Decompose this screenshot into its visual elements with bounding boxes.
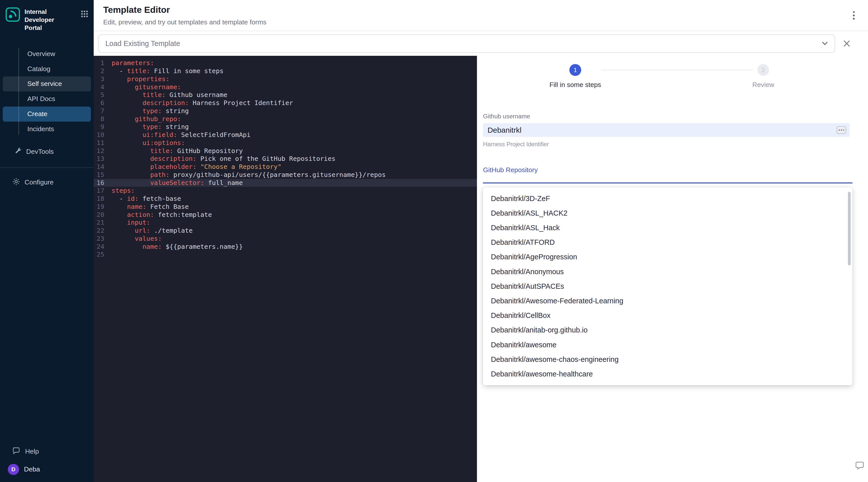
repo-option[interactable]: Debanitrkl/AutSPACEs xyxy=(483,279,852,294)
load-template-select[interactable]: Load Existing Template xyxy=(98,34,835,53)
page-header: Template Editor Edit, preview, and try o… xyxy=(94,0,868,31)
sidebar-item-overview[interactable]: Overview xyxy=(3,46,91,61)
code-line[interactable]: 7 type: string xyxy=(94,107,477,115)
repo-option[interactable]: Debanitrkl/awesome-healthcare xyxy=(483,367,852,381)
code-text: title: Github username xyxy=(112,91,227,99)
line-number: 12 xyxy=(94,147,112,155)
code-line[interactable]: 21 input: xyxy=(94,219,477,227)
repo-option[interactable]: Debanitrkl/AgeProgression xyxy=(483,250,852,264)
repo-option[interactable]: Debanitrkl/CellBox xyxy=(483,308,852,323)
repo-option[interactable]: Debanitrkl/3D-ZeF xyxy=(483,191,852,206)
code-line[interactable]: 25 xyxy=(94,250,477,259)
code-line[interactable]: 13 description: Pick one of the GitHub R… xyxy=(94,155,477,163)
code-text: values: xyxy=(112,235,162,243)
code-line[interactable]: 2 - title: Fill in some steps xyxy=(94,67,477,75)
code-line[interactable]: 8 github_repo: xyxy=(94,115,477,123)
github-username-input[interactable] xyxy=(488,126,837,134)
line-number: 4 xyxy=(94,83,112,91)
sidebar-item-self-service[interactable]: Self service xyxy=(3,77,91,91)
wizard-stepper: 1 Fill in some steps 2 Review xyxy=(477,56,868,89)
repo-option[interactable]: Debanitrkl/Awesome-Federated-Learning xyxy=(483,294,852,308)
code-line[interactable]: 23 values: xyxy=(94,235,477,243)
sidebar-item-configure[interactable]: Configure xyxy=(0,175,94,190)
repo-option[interactable]: Debanitrkl/awesome xyxy=(483,337,852,352)
repo-option[interactable]: Debanitrkl/ASL_Hack xyxy=(483,220,852,235)
code-line[interactable]: 4 gitusername: xyxy=(94,83,477,91)
code-line[interactable]: 14 placeholder: "Choose a Repository" xyxy=(94,163,477,171)
code-line[interactable]: 20 action: fetch:template xyxy=(94,211,477,219)
sidebar-item-devtools[interactable]: DevTools xyxy=(0,143,94,160)
step-review[interactable]: 2 Review xyxy=(752,64,774,89)
repo-option[interactable]: Debanitrkl/anitab-org.github.io xyxy=(483,323,852,337)
sidebar-header: Internal Developer Portal xyxy=(0,0,94,32)
sidebar-item-create[interactable]: Create xyxy=(3,107,91,122)
code-text: name: Fetch Base xyxy=(112,203,189,211)
line-number: 25 xyxy=(94,250,112,259)
line-number: 23 xyxy=(94,235,112,243)
code-text: - title: Fill in some steps xyxy=(112,67,223,75)
code-text: valueSelector: full_name xyxy=(112,179,243,187)
template-form-panel: 1 Fill in some steps 2 Review Github use… xyxy=(477,56,868,482)
code-line[interactable]: 16 valueSelector: full_name xyxy=(94,179,477,187)
line-number: 5 xyxy=(94,91,112,99)
code-line[interactable]: 22 url: ./template xyxy=(94,227,477,235)
user-name: Deba xyxy=(24,465,40,473)
autofill-icon[interactable] xyxy=(837,126,846,134)
code-text: gitusername: xyxy=(112,83,181,91)
sidebar-item-label: Create xyxy=(27,110,48,118)
apps-grid-icon[interactable] xyxy=(81,9,88,20)
sidebar-item-catalog[interactable]: Catalog xyxy=(3,61,91,77)
line-number: 8 xyxy=(94,115,112,123)
template-toolbar: Load Existing Template xyxy=(94,31,868,56)
line-number: 17 xyxy=(94,187,112,195)
code-line[interactable]: 9 type: string xyxy=(94,123,477,131)
repo-option[interactable]: Debanitrkl/ASL_HACK2 xyxy=(483,206,852,220)
line-number: 18 xyxy=(94,195,112,203)
code-line[interactable]: 11 ui:options: xyxy=(94,139,477,147)
help-button[interactable]: Help xyxy=(0,443,94,460)
code-line[interactable]: 1parameters: xyxy=(94,59,477,67)
code-line[interactable]: 24 name: ${{parameters.name}} xyxy=(94,243,477,251)
code-line[interactable]: 12 title: GitHub Repository xyxy=(94,147,477,155)
repo-option[interactable]: Debanitrkl/awesome-chaos-engineering xyxy=(483,352,852,367)
gear-icon xyxy=(12,178,20,187)
code-line[interactable]: 6 description: Harness Project Identifie… xyxy=(94,99,477,107)
code-text: action: fetch:template xyxy=(112,211,212,219)
page-title: Template Editor xyxy=(103,5,267,15)
close-icon[interactable] xyxy=(841,38,852,49)
line-number: 7 xyxy=(94,107,112,115)
content-split: 1parameters:2 - title: Fill in some step… xyxy=(94,56,868,482)
yaml-editor[interactable]: 1parameters:2 - title: Fill in some step… xyxy=(94,56,477,482)
code-text: placeholder: "Choose a Repository" xyxy=(112,163,281,171)
repo-option[interactable]: Debanitrkl/ATFORD xyxy=(483,235,852,250)
sidebar-item-api-docs[interactable]: API Docs xyxy=(3,91,91,107)
step-fill-in-some-steps[interactable]: 1 Fill in some steps xyxy=(550,64,601,89)
code-line[interactable]: 18 - id: fetch-base xyxy=(94,195,477,203)
user-menu[interactable]: D Deba xyxy=(0,460,94,479)
feedback-chat-icon[interactable] xyxy=(855,461,864,472)
line-number: 15 xyxy=(94,171,112,179)
line-number: 22 xyxy=(94,227,112,235)
code-line[interactable]: 5 title: Github username xyxy=(94,91,477,99)
github-username-field-wrap xyxy=(483,123,849,137)
code-line[interactable]: 19 name: Fetch Base xyxy=(94,203,477,211)
line-number: 19 xyxy=(94,203,112,211)
sidebar-item-label: Self service xyxy=(27,80,62,88)
code-text: - id: fetch-base xyxy=(112,195,181,203)
code-line[interactable]: 10 ui:field: SelectFieldFromApi xyxy=(94,131,477,139)
load-template-placeholder: Load Existing Template xyxy=(105,39,180,48)
more-options-icon[interactable] xyxy=(851,9,857,22)
dropdown-scrollbar[interactable] xyxy=(848,192,851,265)
avatar: D xyxy=(8,464,19,475)
code-line[interactable]: 3 properties: xyxy=(94,75,477,83)
template-form: Github username Harness Project Identifi… xyxy=(477,113,868,385)
github-username-helper: Harness Project Identifier xyxy=(483,141,868,148)
repo-option[interactable]: Debanitrkl/Anonymous xyxy=(483,264,852,279)
code-line[interactable]: 17steps: xyxy=(94,187,477,195)
sidebar-item-incidents[interactable]: Incidents xyxy=(3,122,91,137)
repo-select-focus-underline[interactable] xyxy=(483,182,852,183)
product-title: Internal Developer Portal xyxy=(25,7,76,32)
code-text: description: Harness Project Identifier xyxy=(112,99,293,107)
code-text: ui:field: SelectFieldFromApi xyxy=(112,131,250,139)
code-line[interactable]: 15 path: proxy/github-api/users/{{parame… xyxy=(94,171,477,179)
